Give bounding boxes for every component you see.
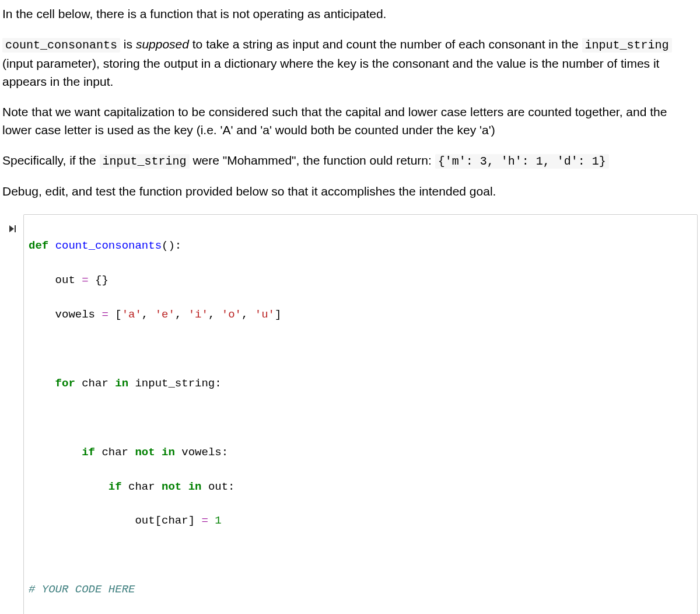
str-u: 'u' [255, 308, 275, 321]
text: were "Mohammed", the function ould retur… [190, 154, 435, 167]
code-param-name-2: input_string [100, 154, 190, 169]
str-i: 'i' [188, 308, 208, 321]
str-o: 'o' [222, 308, 242, 321]
kw-not: not [135, 446, 155, 459]
text: {} [89, 274, 108, 287]
paragraph-example: Specifically, if the input_string were "… [2, 151, 698, 170]
text: ] [275, 308, 281, 321]
text: char [95, 446, 135, 459]
text: out [55, 274, 82, 287]
paragraph-capitalization: Note that we want capitalization to be c… [2, 103, 698, 139]
text: is [120, 37, 136, 51]
text: out[char] [135, 514, 201, 527]
emphasis-supposed: supposed [136, 37, 189, 51]
instructions: In the cell below, there is a function t… [2, 5, 698, 200]
op-assign: = [82, 274, 88, 287]
text: , [175, 308, 188, 321]
kw-in: in [115, 377, 128, 390]
op-assign: = [102, 308, 108, 321]
text: , [142, 308, 155, 321]
text [155, 446, 162, 459]
kw-in: in [162, 446, 175, 459]
code-fn-name: count_consonants [2, 38, 120, 53]
paragraph-task: Debug, edit, and test the function provi… [2, 182, 698, 201]
text: , [242, 308, 255, 321]
text: char [122, 480, 162, 493]
text [181, 480, 188, 493]
text: (): [162, 239, 181, 252]
run-gutter [2, 214, 23, 239]
text: input_string: [128, 377, 222, 390]
kw-for: for [55, 377, 75, 390]
kw-def: def [29, 239, 48, 252]
text: (input parameter), storing the output in… [2, 57, 659, 89]
run-cell-icon[interactable] [8, 222, 18, 236]
text: Specifically, if the [2, 154, 100, 167]
text: to take a string as input and count the … [189, 37, 582, 51]
text: out: [201, 480, 235, 493]
paragraph-intro: In the cell below, there is a function t… [2, 5, 698, 23]
num-1: 1 [215, 514, 221, 527]
str-e: 'e' [155, 308, 175, 321]
kw-if: if [108, 480, 122, 493]
code-param-name: input_string [582, 38, 672, 53]
kw-in: in [188, 480, 202, 493]
kw-not: not [162, 480, 181, 493]
paragraph-desc: count_consonants is supposed to take a s… [2, 35, 698, 91]
code-expected-output: {'m': 3, 'h': 1, 'd': 1} [435, 154, 609, 169]
kw-if: if [82, 446, 95, 459]
text: [ [108, 308, 122, 321]
text [208, 514, 215, 527]
fn-name: count_consonants [55, 239, 162, 252]
code-cell-wrapper: def count_consonants(): out = {} vowels … [2, 214, 698, 614]
text: vowels [55, 308, 102, 321]
text: vowels: [175, 446, 228, 459]
text: char [75, 377, 115, 390]
str-a: 'a' [122, 308, 142, 321]
op-assign: = [201, 514, 208, 527]
code-editor[interactable]: def count_consonants(): out = {} vowels … [23, 214, 698, 614]
text: , [208, 308, 222, 321]
comment-your-code: # YOUR CODE HERE [29, 583, 135, 596]
